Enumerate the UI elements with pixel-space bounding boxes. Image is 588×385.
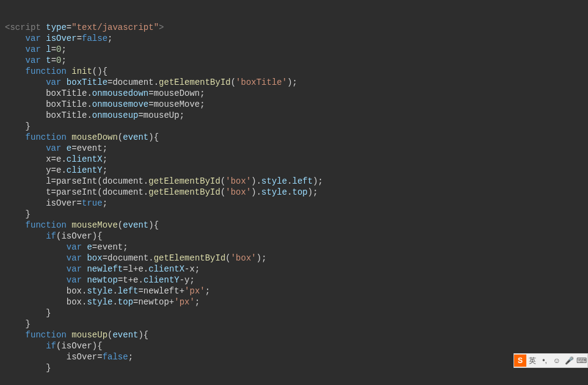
code-token: function (26, 220, 67, 230)
code-token: ; (195, 297, 200, 307)
ime-emoji-button[interactable]: ☺ (551, 354, 563, 367)
code-token: event (112, 330, 138, 340)
code-token: 'px' (174, 297, 195, 307)
code-line[interactable]: <script type="text/javascript"> (5, 22, 583, 33)
code-line[interactable]: x=e.clientX; (5, 154, 583, 165)
code-line[interactable]: l=parseInt(document.getElementById('box'… (5, 176, 583, 187)
code-token: isOver (46, 34, 76, 43)
code-token: (isOver){ (56, 341, 103, 351)
code-token: var (46, 77, 61, 87)
code-token: =document. (107, 77, 159, 87)
code-line[interactable]: var newtop=t+e.clientY-y; (5, 275, 583, 286)
code-token: e (87, 242, 92, 252)
code-token: } (5, 209, 31, 219)
code-line[interactable]: } (5, 308, 583, 318)
code-token: var (26, 34, 41, 43)
code-token: "text/javascript" (71, 23, 159, 32)
code-token: = (51, 56, 56, 65)
code-line[interactable]: if(isOver){ (5, 231, 583, 242)
code-token: type (46, 23, 67, 32)
code-token: boxTitle. (5, 88, 92, 98)
code-token: var (67, 275, 82, 285)
code-token: ( (225, 253, 230, 263)
code-line[interactable]: function mouseMove(event){ (5, 220, 583, 231)
code-token: ; (61, 56, 66, 65)
code-line[interactable]: boxTitle.onmousemove=mouseMove; (5, 99, 583, 110)
code-line[interactable]: isOver=false; (5, 351, 583, 362)
code-line[interactable]: isOver=true; (5, 198, 583, 209)
code-line[interactable]: function mouseDown(event){ (5, 132, 583, 143)
code-line[interactable]: } (5, 362, 583, 373)
ime-lang-button[interactable]: 英 (526, 354, 539, 367)
code-line[interactable]: var l=0; (5, 44, 583, 55)
ime-toolbar[interactable]: S 英 •, ☺ 🎤 ⌨ (514, 353, 588, 368)
code-token (5, 264, 67, 274)
code-token (5, 275, 67, 285)
code-token (67, 132, 71, 142)
code-line[interactable]: var boxTitle=document.getElementById('bo… (5, 77, 583, 88)
code-line[interactable]: var t=0; (5, 55, 583, 66)
code-token: 'box' (231, 253, 256, 263)
code-token: function (26, 330, 67, 340)
code-token (5, 231, 46, 241)
code-token: ){ (148, 220, 159, 230)
code-token: ){ (138, 330, 148, 340)
code-token: =document. (103, 253, 154, 263)
code-line[interactable]: var e=event; (5, 143, 583, 154)
code-token: t=parseInt(document. (5, 187, 148, 197)
code-token: function (26, 67, 67, 76)
code-token: left (118, 286, 139, 296)
code-token: 'boxTitle' (236, 77, 287, 87)
code-token: var (26, 45, 41, 54)
code-line[interactable]: } (5, 318, 583, 329)
code-token: ; (205, 286, 210, 296)
code-line[interactable]: } (5, 121, 583, 132)
ime-keyboard-button[interactable]: ⌨ (575, 354, 587, 367)
code-line[interactable]: var box=document.getElementById('box'); (5, 253, 583, 264)
code-token: var (67, 242, 82, 252)
code-line[interactable]: if(isOver){ (5, 340, 583, 351)
code-line[interactable] (5, 373, 583, 384)
code-line[interactable]: var isOver=false; (5, 33, 583, 44)
code-line[interactable]: boxTitle.onmouseup=mouseUp; (5, 110, 583, 121)
code-line[interactable]: box.style.left=newleft+'px'; (5, 286, 583, 297)
code-token: 'box' (225, 187, 251, 197)
code-token: false (103, 352, 128, 362)
code-token: ). (251, 187, 261, 197)
code-token: onmousedown (92, 88, 148, 98)
ime-mic-button[interactable]: 🎤 (563, 354, 575, 367)
code-token: if (46, 341, 56, 351)
code-line[interactable]: function init(){ (5, 66, 583, 77)
code-token: newtop (87, 275, 117, 285)
code-line[interactable]: } (5, 209, 583, 220)
code-token: ); (313, 176, 323, 186)
ime-logo-icon[interactable]: S (514, 354, 526, 367)
code-token: event (123, 220, 148, 230)
code-token: (isOver){ (56, 231, 103, 241)
code-token: clientY (143, 275, 180, 285)
code-editor[interactable]: <script type="text/javascript"> var isOv… (0, 0, 588, 385)
code-token: ; (128, 352, 133, 362)
code-line[interactable]: function mouseUp(event){ (5, 329, 583, 340)
code-token: -y; (180, 275, 195, 285)
code-token: ( (118, 132, 123, 142)
code-token: left (292, 176, 313, 186)
code-token: top (292, 187, 308, 197)
code-token: clientX (67, 154, 103, 164)
code-token: boxTitle. (5, 99, 92, 109)
code-line[interactable]: t=parseInt(document.getElementById('box'… (5, 187, 583, 198)
code-line[interactable]: var e=event; (5, 242, 583, 253)
code-token: =mouseMove; (148, 99, 205, 109)
code-token (41, 34, 46, 43)
code-token: 'box' (225, 176, 251, 186)
code-token: style (261, 187, 287, 197)
code-line[interactable]: boxTitle.onmousedown=mouseDown; (5, 88, 583, 99)
code-token: boxTitle (67, 77, 107, 87)
code-line[interactable]: box.style.top=newtop+'px'; (5, 297, 583, 308)
code-token: } (5, 121, 31, 131)
code-line[interactable]: y=e.clientY; (5, 165, 583, 176)
code-token: init (71, 67, 92, 76)
code-line[interactable]: var newleft=l+e.clientX-x; (5, 264, 583, 275)
ime-punct-button[interactable]: •, (539, 354, 551, 367)
code-token (5, 45, 26, 54)
